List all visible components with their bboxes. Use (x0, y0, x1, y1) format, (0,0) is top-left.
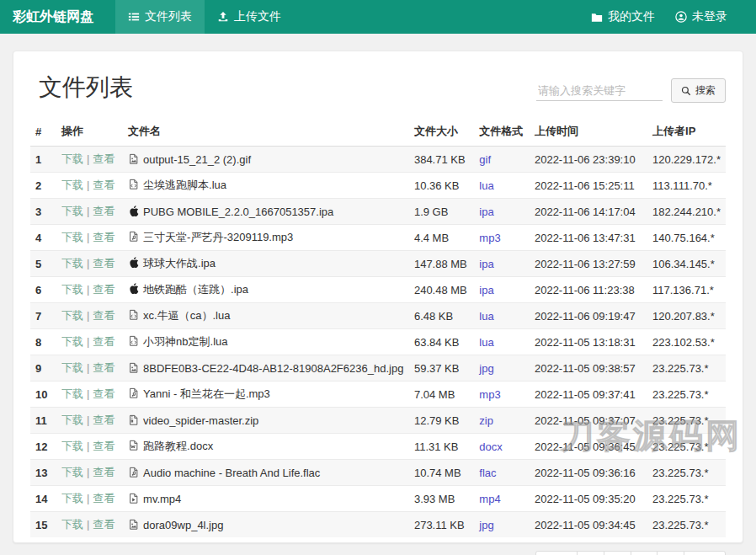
login-status-label: 未登录 (692, 9, 727, 24)
row-actions: 下载|查看 (56, 329, 123, 355)
action-separator: | (87, 440, 89, 452)
row-uploader-ip: 23.225.73.* (647, 512, 726, 538)
format-link[interactable]: flac (479, 467, 496, 479)
download-link[interactable]: 下载 (61, 361, 83, 374)
format-link[interactable]: lua (479, 179, 493, 192)
filename-text: Yanni - 和兰花在一起.mp3 (143, 387, 270, 400)
view-link[interactable]: 查看 (93, 335, 114, 348)
table-row: 2 下载|查看 尘埃逃跑脚本.lua 10.36 KB lua 2022-11-… (30, 173, 726, 199)
my-files-link[interactable]: 我的文件 (581, 0, 665, 34)
format-link[interactable]: gif (479, 153, 491, 166)
table-footer: 共有 16 个文件 当前第 1 页，共 2 页 首页«12»尾页 (30, 551, 726, 555)
table-row: 3 下载|查看 PUBG MOBILE_2.2.0_1667051357.ipa… (30, 199, 726, 225)
format-link[interactable]: zip (479, 414, 493, 427)
download-link[interactable]: 下载 (61, 309, 83, 322)
row-size: 59.37 KB (409, 355, 474, 382)
col-header-size: 文件大小 (409, 117, 474, 147)
download-link[interactable]: 下载 (61, 283, 83, 296)
format-link[interactable]: mp3 (479, 388, 500, 401)
table-row: 5 下载|查看 球球大作战.ipa 147.88 MB ipa 2022-11-… (30, 251, 726, 277)
view-link[interactable]: 查看 (93, 309, 114, 322)
row-filename-cell: 尘埃逃跑脚本.lua (123, 173, 409, 199)
page-button[interactable]: 1 (604, 551, 631, 555)
format-link[interactable]: ipa (479, 258, 493, 270)
action-separator: | (87, 492, 89, 504)
download-link[interactable]: 下载 (61, 414, 83, 426)
view-link[interactable]: 查看 (93, 466, 114, 478)
row-index: 9 (30, 355, 56, 382)
page-button[interactable]: » (657, 551, 684, 555)
row-size: 7.04 MB (409, 382, 474, 408)
login-status-link[interactable]: 未登录 (665, 0, 737, 34)
tab-file-list-label: 文件列表 (145, 9, 192, 24)
action-separator: | (87, 205, 89, 217)
download-link[interactable]: 下载 (61, 179, 83, 191)
download-link[interactable]: 下载 (61, 152, 83, 165)
download-link[interactable]: 下载 (61, 492, 83, 504)
download-link[interactable]: 下载 (61, 335, 83, 348)
view-link[interactable]: 查看 (93, 414, 114, 426)
my-files-label: 我的文件 (608, 9, 655, 24)
view-link[interactable]: 查看 (93, 152, 114, 165)
format-link[interactable]: lua (479, 336, 493, 349)
search-input[interactable] (536, 81, 663, 101)
row-filename-cell: 跑路教程.docx (123, 434, 409, 460)
page-button[interactable]: 首页 (535, 551, 578, 555)
download-link[interactable]: 下载 (61, 518, 83, 531)
row-format-cell: ipa (474, 277, 530, 303)
row-filename-cell: 地铁跑酷（连跳）.ipa (123, 277, 409, 303)
format-link[interactable]: ipa (479, 205, 493, 218)
search-icon (681, 86, 691, 96)
format-link[interactable]: ipa (479, 284, 493, 296)
view-link[interactable]: 查看 (93, 257, 114, 269)
format-link[interactable]: mp4 (479, 493, 500, 505)
page-button[interactable]: « (577, 551, 604, 555)
view-link[interactable]: 查看 (93, 361, 114, 374)
filename-text: Audio machine - Breath And Life.flac (143, 467, 320, 479)
download-link[interactable]: 下载 (61, 257, 83, 269)
filename-text: PUBG MOBILE_2.2.0_1667051357.ipa (143, 205, 333, 218)
page-button[interactable]: 2 (631, 551, 658, 555)
view-link[interactable]: 查看 (93, 440, 114, 452)
format-link[interactable]: jpg (479, 519, 493, 531)
file-image-icon (128, 519, 139, 531)
filename-text: mv.mp4 (143, 493, 181, 505)
download-link[interactable]: 下载 (61, 205, 83, 217)
view-link[interactable]: 查看 (93, 387, 114, 400)
col-header-ip: 上传者IP (647, 117, 726, 147)
page-button[interactable]: 尾页 (684, 551, 726, 555)
download-link[interactable]: 下载 (61, 387, 83, 400)
row-uploader-ip: 182.244.210.* (647, 199, 726, 225)
view-link[interactable]: 查看 (93, 179, 114, 191)
tab-file-list[interactable]: 文件列表 (115, 0, 205, 34)
download-link[interactable]: 下载 (61, 440, 83, 452)
format-link[interactable]: mp3 (479, 232, 500, 244)
row-uploader-ip: 23.225.73.* (647, 355, 726, 382)
search-box: 搜索 (536, 78, 726, 103)
search-button[interactable]: 搜索 (671, 78, 726, 103)
row-actions: 下载|查看 (56, 225, 123, 251)
row-actions: 下载|查看 (56, 173, 123, 199)
format-link[interactable]: docx (479, 440, 502, 453)
upload-icon (217, 11, 229, 23)
filename-text: 尘埃逃跑脚本.lua (143, 179, 226, 191)
row-filename-cell: output-15_21_2 (2).gif (123, 147, 409, 173)
row-format-cell: mp3 (474, 382, 530, 408)
row-actions: 下载|查看 (56, 199, 123, 225)
format-link[interactable]: jpg (479, 362, 493, 375)
view-link[interactable]: 查看 (93, 492, 114, 504)
view-link[interactable]: 查看 (93, 231, 114, 243)
format-link[interactable]: lua (479, 310, 493, 323)
download-link[interactable]: 下载 (61, 231, 83, 243)
brand-title: 彩虹外链网盘 (0, 0, 115, 34)
view-link[interactable]: 查看 (93, 283, 114, 296)
row-filename-cell: Audio machine - Breath And Life.flac (123, 460, 409, 486)
row-size: 10.36 KB (409, 173, 474, 199)
view-link[interactable]: 查看 (93, 205, 114, 217)
row-index: 1 (30, 147, 56, 173)
row-size: 1.9 GB (409, 199, 474, 225)
tab-upload[interactable]: 上传文件 (205, 0, 294, 34)
file-zip-icon (128, 414, 139, 426)
download-link[interactable]: 下载 (61, 466, 83, 478)
view-link[interactable]: 查看 (93, 518, 114, 531)
